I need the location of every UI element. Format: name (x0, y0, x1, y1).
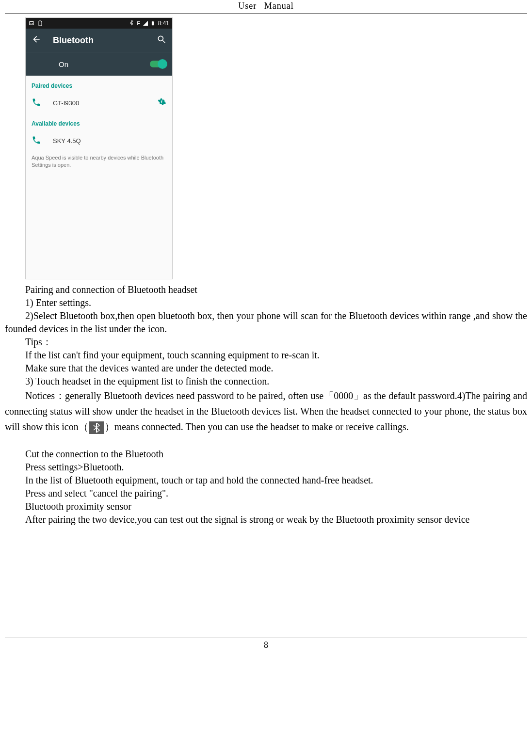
paragraph: Cut the connection to the Bluetooth (5, 448, 527, 461)
phone-icon (32, 97, 42, 108)
visibility-note: Aqua Speed is visible to nearby devices … (26, 151, 172, 169)
paragraph: 2)Select Bluetooth box,then open bluetoo… (5, 309, 527, 336)
bluetooth-icon (129, 20, 135, 26)
screen-title: Bluetooth (53, 35, 157, 46)
paragraph: Bluetooth proximity sensor (5, 500, 527, 513)
bluetooth-on-row[interactable]: On (26, 52, 172, 76)
phone-icon (32, 135, 42, 146)
paragraph: Pairing and connection of Bluetooth head… (5, 283, 527, 296)
paragraph: If the list can't find your equipment, t… (5, 349, 527, 362)
paragraph: Press and select "cancel the pairing". (5, 487, 527, 500)
svg-point-3 (158, 36, 163, 41)
image-icon (29, 20, 34, 26)
available-devices-header: Available devices (26, 113, 172, 130)
screenshot-bluetooth-settings: E 8:41 Bluetooth On Paired dev (25, 17, 173, 279)
paragraph: Press settings>Bluetooth. (5, 461, 527, 474)
paragraph: In the list of Bluetooth equipment, touc… (5, 474, 527, 487)
paired-devices-header: Paired devices (26, 76, 172, 92)
signal-icon (143, 20, 148, 26)
available-device-row[interactable]: SKY 4.5Q (26, 130, 172, 151)
device-name: SKY 4.5Q (53, 137, 166, 145)
status-bar: E 8:41 (26, 18, 172, 29)
page-footer: 8 (5, 638, 527, 650)
paragraph: 3) Touch headset in the equipment list t… (5, 375, 527, 388)
paragraph: Notices：generally Bluetooth devices need… (5, 388, 527, 434)
back-arrow-icon[interactable] (32, 34, 41, 47)
paragraph (5, 434, 527, 448)
page-number: 8 (264, 640, 268, 650)
paragraph: After pairing the two device,you can tes… (5, 513, 527, 526)
search-icon[interactable] (157, 34, 166, 47)
paragraph: Make sure that the devices wanted are un… (5, 362, 527, 375)
battery-icon (150, 20, 156, 26)
bluetooth-status-icon (89, 421, 104, 434)
sim-icon (37, 20, 43, 26)
body-text: Pairing and connection of Bluetooth head… (5, 281, 527, 526)
header-left: User (238, 1, 257, 11)
on-label: On (59, 60, 150, 68)
app-bar: Bluetooth (26, 29, 172, 52)
svg-rect-2 (152, 21, 153, 21)
network-type: E (137, 20, 140, 26)
clock: 8:41 (158, 20, 169, 27)
paragraph: 1) Enter settings. (5, 296, 527, 309)
header-right: Manual (264, 1, 294, 11)
paragraph: Tips： (5, 336, 527, 349)
paired-device-row[interactable]: GT-I9300 (26, 92, 172, 113)
device-name: GT-I9300 (53, 99, 158, 107)
page-header: User Manual (5, 0, 527, 14)
gear-icon[interactable] (158, 97, 166, 108)
svg-rect-1 (152, 21, 154, 25)
bluetooth-toggle[interactable] (150, 61, 166, 67)
